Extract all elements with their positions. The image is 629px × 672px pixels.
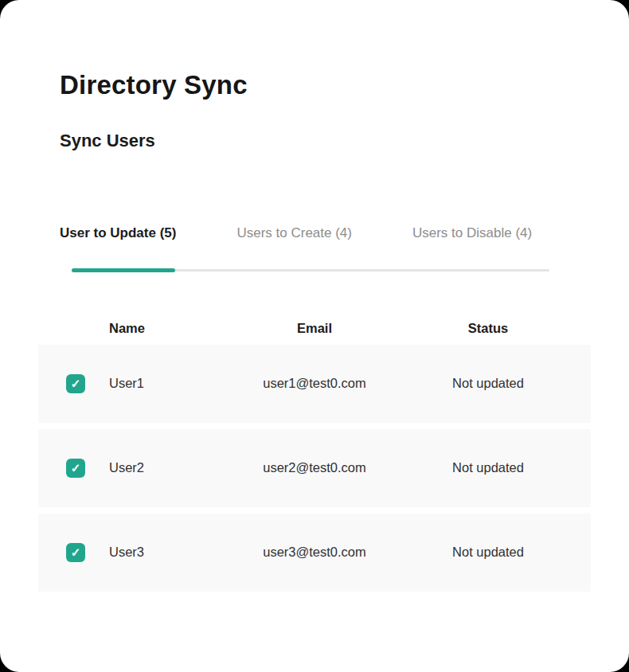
column-header-status: Status — [393, 321, 584, 336]
user-name: User3 — [109, 545, 236, 560]
user-email: user1@test0.com — [236, 376, 393, 391]
checkmark-icon: ✓ — [71, 462, 81, 474]
row-checkbox[interactable]: ✓ — [66, 543, 85, 562]
table-row: ✓ User1 user1@test0.com Not updated — [38, 345, 591, 423]
user-name: User1 — [109, 376, 236, 391]
checkmark-icon: ✓ — [71, 546, 81, 558]
user-email: user2@test0.com — [236, 460, 393, 475]
tab-users-to-disable[interactable]: Users to Disable (4) — [412, 225, 532, 241]
section-title: Sync Users — [60, 131, 629, 151]
column-header-name: Name — [109, 321, 236, 336]
table-row: ✓ User2 user2@test0.com Not updated — [38, 429, 591, 507]
directory-sync-panel: Directory Sync Sync Users User to Update… — [0, 0, 629, 672]
checkmark-icon: ✓ — [71, 377, 81, 389]
row-checkbox[interactable]: ✓ — [66, 374, 85, 393]
tab-divider — [72, 268, 549, 272]
user-status: Not updated — [393, 460, 584, 475]
table-row: ✓ User3 user3@test0.com Not updated — [38, 514, 591, 592]
user-status: Not updated — [393, 376, 584, 391]
user-name: User2 — [109, 460, 236, 475]
tab-users-to-update[interactable]: User to Update (5) — [60, 225, 176, 241]
users-table: Name Email Status ✓ User1 user1@test0.co… — [38, 318, 591, 592]
tab-users-to-create[interactable]: Users to Create (4) — [236, 225, 352, 241]
user-status: Not updated — [393, 545, 584, 560]
table-header: Name Email Status — [38, 318, 591, 338]
active-tab-indicator — [72, 268, 175, 272]
row-checkbox[interactable]: ✓ — [66, 459, 85, 478]
tab-bar: User to Update (5) Users to Create (4) U… — [60, 225, 629, 241]
page-title: Directory Sync — [60, 0, 629, 101]
user-email: user3@test0.com — [236, 545, 393, 560]
column-header-email: Email — [236, 321, 393, 336]
